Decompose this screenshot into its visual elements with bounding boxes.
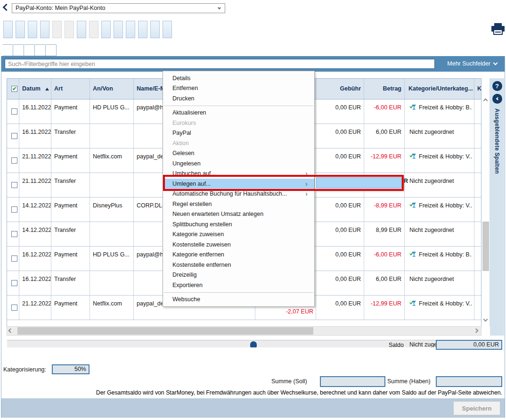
- row-checkbox[interactable]: [11, 133, 17, 139]
- row-checkbox[interactable]: [11, 108, 17, 115]
- covered-amount-peek: R: [404, 178, 408, 184]
- row-checkbox[interactable]: [11, 231, 17, 237]
- context-menu-item[interactable]: Exportieren: [163, 280, 314, 290]
- vertical-scrollbar[interactable]: [482, 78, 490, 326]
- hidden-columns-label: Ausgeblendete Spalten: [494, 108, 500, 297]
- toolbar-button[interactable]: [77, 21, 86, 38]
- context-menu-item: Eurokurs: [163, 118, 314, 128]
- scroll-right-icon[interactable]: [474, 329, 479, 333]
- cell-datum: 16.12.2022: [19, 271, 51, 295]
- toolbar-button[interactable]: [3, 21, 13, 38]
- cell-datum: 21.12.2022: [19, 296, 51, 320]
- row-checkbox[interactable]: [11, 280, 17, 286]
- row-checkbox[interactable]: [11, 182, 17, 188]
- scroll-down-icon[interactable]: [483, 317, 488, 322]
- cell-datum: 16.11.2022: [19, 99, 51, 124]
- context-menu-item[interactable]: Splittbuchung erstellen: [163, 219, 314, 230]
- partial-next-row[interactable]: Nicht zugeordnet: [7, 340, 481, 347]
- summe-haben-field[interactable]: [436, 376, 502, 387]
- column-header-betrag[interactable]: Betrag: [364, 79, 405, 99]
- select-all-checkbox[interactable]: ✔: [11, 86, 17, 92]
- toolbar-button[interactable]: [28, 21, 37, 38]
- row-checkbox[interactable]: [11, 305, 17, 311]
- back-chevron-icon[interactable]: [3, 4, 10, 11]
- more-search-fields-button[interactable]: Mehr Suchfelder: [447, 60, 497, 67]
- context-menu-item-label: PayPal: [172, 130, 310, 136]
- toolbar-button[interactable]: [114, 21, 123, 38]
- row-checkbox[interactable]: [11, 255, 17, 262]
- context-menu-item[interactable]: Kategorie entfernen: [163, 250, 314, 260]
- tab[interactable]: [2, 44, 13, 56]
- column-header-datum[interactable]: Datum: [19, 79, 51, 99]
- context-menu-item[interactable]: Automatische Buchung für Haushaltsbuch..…: [163, 189, 314, 199]
- category-label: Freizeit & Hobby: V...: [419, 153, 472, 160]
- collapse-chevron-left-icon[interactable]: [492, 94, 502, 104]
- tab[interactable]: [13, 44, 24, 56]
- toolbar-button[interactable]: [150, 21, 160, 38]
- toolbar-button[interactable]: [126, 21, 135, 38]
- cell-gebuehr: 0,00 EUR: [316, 148, 364, 173]
- context-menu-item[interactable]: Websuche: [163, 295, 314, 305]
- column-header-kategorie[interactable]: Kategorie/Unterkateg...: [405, 79, 474, 99]
- context-menu-item[interactable]: Entfernen: [163, 83, 314, 94]
- cell-anvon: Netflix.com: [90, 296, 134, 320]
- cell-kategorie: Freizeit & Hobby: B...: [405, 99, 474, 124]
- saldo-field[interactable]: 0,00 EUR: [436, 340, 502, 350]
- cell-datum: 16.12.2022: [19, 247, 51, 271]
- kategorisierung-label: Kategorisierung:: [3, 366, 46, 373]
- toolbar-button: [52, 21, 62, 38]
- cell-art: Payment: [51, 247, 90, 271]
- context-menu-item[interactable]: Kostenstelle zuweisen: [163, 239, 314, 250]
- context-menu-item[interactable]: Regel erstellen: [163, 199, 314, 209]
- cell-gebuehr: 0,00 EUR: [316, 198, 364, 222]
- context-menu-item[interactable]: Gelesen: [163, 148, 314, 159]
- vertical-scroll-thumb[interactable]: [482, 222, 489, 271]
- scroll-left-icon[interactable]: [8, 329, 13, 333]
- column-header-gebuehr[interactable]: Gebühr: [316, 79, 364, 99]
- row-checkbox[interactable]: [11, 206, 17, 213]
- help-icon[interactable]: ?: [492, 81, 502, 91]
- row-checkbox[interactable]: [11, 157, 17, 164]
- context-menu-item[interactable]: Details: [163, 73, 314, 83]
- context-menu-item[interactable]: Dreizeilig: [163, 270, 314, 280]
- context-menu-item[interactable]: PayPal: [163, 128, 314, 139]
- context-menu-item[interactable]: Umbuchen auf... ›: [163, 169, 314, 179]
- cell-kostenstelle: [474, 173, 481, 197]
- toolbar-button[interactable]: [101, 21, 111, 38]
- cell-datum: 21.11.2022: [19, 173, 51, 197]
- context-menu-item[interactable]: Aktualisieren: [163, 108, 314, 118]
- toolbar-button[interactable]: [138, 21, 147, 38]
- horizontal-scrollbar[interactable]: [7, 326, 482, 336]
- context-menu-item-label: Dreizeilig: [172, 272, 310, 278]
- search-input[interactable]: [5, 59, 435, 69]
- scroll-up-icon[interactable]: [483, 99, 488, 103]
- context-menu-item-label: Neuen erwarteten Umsatz anlegen: [172, 211, 310, 217]
- tab[interactable]: [35, 44, 46, 56]
- toolbar-button[interactable]: [16, 21, 25, 38]
- tab[interactable]: [24, 44, 35, 56]
- context-menu-item[interactable]: Ungelesen: [163, 158, 314, 169]
- summe-soll-field[interactable]: [320, 376, 385, 387]
- submenu-item-netflix-ausgaben[interactable]: [316, 177, 402, 189]
- context-menu-item[interactable]: Umlegen auf... ›: [163, 179, 314, 189]
- cell-gebuehr: 0,00 EUR: [316, 247, 364, 271]
- kategorisierung-field[interactable]: 50%: [52, 364, 90, 374]
- tab[interactable]: [46, 44, 57, 56]
- context-menu-item[interactable]: Drucken: [163, 93, 314, 104]
- column-header-art[interactable]: Art: [51, 79, 90, 99]
- account-selector[interactable]: PayPal-Konto: Mein PayPal-Konto: [12, 3, 225, 13]
- context-menu-item[interactable]: Kostenstelle entfernen: [163, 260, 314, 270]
- toolbar-button[interactable]: [40, 21, 49, 38]
- horizontal-scroll-thumb[interactable]: [17, 327, 313, 335]
- toolbar-button: [65, 21, 74, 38]
- select-all-checkbox-cell: ✔: [7, 79, 19, 99]
- toolbar-button[interactable]: [163, 21, 172, 38]
- context-menu-item[interactable]: Neuen erwarteten Umsatz anlegen: [163, 209, 314, 220]
- cell-art: Payment: [51, 296, 90, 320]
- print-icon[interactable]: [491, 23, 505, 36]
- column-header-kostenstelle[interactable]: K: [474, 79, 481, 99]
- column-header-anvon[interactable]: An/Von: [90, 79, 134, 99]
- context-menu-item[interactable]: Kategorie zuweisen: [163, 230, 314, 240]
- search-bar: Mehr Suchfelder: [1, 56, 505, 72]
- cell-kostenstelle: [474, 296, 481, 320]
